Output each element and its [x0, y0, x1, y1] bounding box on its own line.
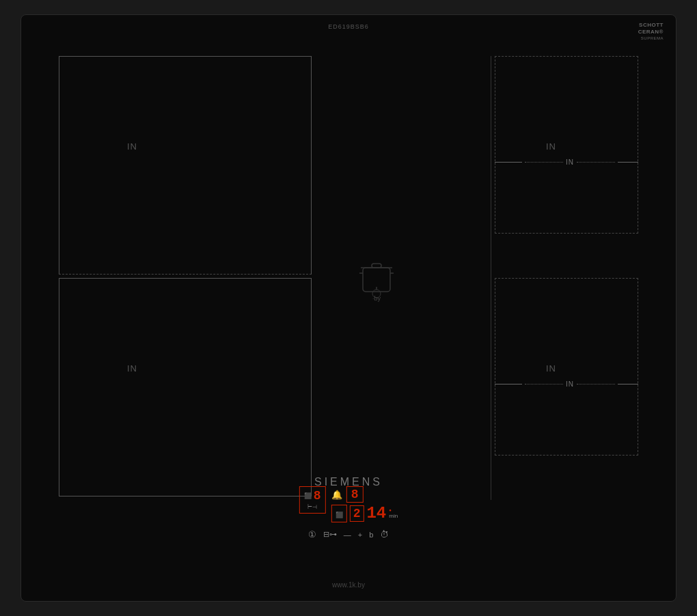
schott-line2: CERAN®: [638, 29, 664, 36]
center-label: ·by: [372, 295, 381, 302]
info-button[interactable]: ①: [308, 529, 316, 540]
arrow-icon: ⊢⊣: [304, 504, 321, 510]
seg-display-bottom-left: 2: [353, 507, 361, 520]
slider-in-bottom: IN: [566, 380, 574, 388]
bell-row: 🔔 8: [331, 486, 398, 503]
in-label-right-bottom: IN: [546, 363, 556, 374]
vertical-divider: [491, 56, 491, 500]
schott-logo: SCHOTT CERAN® SUPREMA: [638, 22, 664, 42]
schott-line1: SCHOTT: [638, 22, 664, 29]
seg-display-top: 8: [314, 490, 321, 502]
seg-display-right-top: 8: [351, 488, 359, 501]
slider-line-left-bottom: [495, 384, 522, 384]
b-button[interactable]: b: [369, 531, 373, 539]
bottom-display-row: ⬛ 2 14 ● min: [331, 505, 398, 522]
bottom-display-inner: 2: [350, 505, 364, 522]
slider-row-bottom: IN: [495, 380, 638, 388]
pot-icon-small: ⬛: [304, 492, 312, 499]
lock-button[interactable]: ⊟⊶: [323, 530, 337, 539]
schott-sub: SUPREMA: [638, 36, 664, 42]
plus-button[interactable]: +: [358, 531, 362, 539]
model-label: ED619BSB6: [328, 23, 369, 30]
min-group: ● min: [389, 508, 398, 519]
zone-left-top: [59, 56, 312, 275]
zone-right-bottom: [495, 278, 638, 456]
right-display: 🔔 8 ⬛ 2 14 ● min: [331, 486, 398, 522]
slider-dot-bottom: [525, 384, 563, 384]
display-row-top: ⬛ 8: [304, 490, 321, 502]
zone-right-top: [495, 56, 638, 234]
slider-dot-top2: [577, 162, 615, 163]
slider-in-top: IN: [566, 158, 574, 166]
seg-display-large: 14: [366, 505, 386, 522]
center-zone: ·by: [322, 206, 431, 343]
slider-dot-top: [525, 162, 563, 163]
control-panel: ⬛ 8 ⊢⊣ 🔔 8 ⬛: [299, 486, 398, 540]
controls-row[interactable]: ① ⊟⊶ — + b ⏱: [308, 529, 390, 540]
pot-symbol: [353, 247, 400, 302]
box-icon-bottom: ⬛: [336, 512, 343, 518]
slider-line-left-top: [495, 162, 522, 163]
zone-left-bottom: [59, 278, 312, 496]
display-group: ⬛ 8 ⊢⊣ 🔔 8 ⬛: [299, 486, 398, 522]
bottom-left-display: ⬛: [331, 505, 347, 522]
svg-rect-4: [372, 264, 381, 268]
left-display: ⬛ 8 ⊢⊣: [299, 486, 326, 514]
right-top-display: 8: [346, 486, 364, 503]
in-label-left-top: IN: [127, 141, 137, 152]
slider-line-right-top: [618, 162, 638, 163]
slider-row-top: IN: [495, 158, 638, 166]
in-label-left-bottom: IN: [127, 363, 137, 374]
minus-button[interactable]: —: [344, 531, 351, 539]
cooktop: ED619BSB6 SCHOTT CERAN® SUPREMA IN IN IN…: [20, 14, 676, 602]
red-indicator: ●: [389, 508, 392, 512]
timer-button[interactable]: ⏱: [380, 529, 389, 540]
bell-icon: 🔔: [331, 490, 342, 500]
watermark: www.1k.by: [332, 581, 365, 589]
in-label-right-top: IN: [546, 141, 556, 152]
min-label: min: [389, 513, 398, 519]
slider-dot-bottom2: [577, 384, 615, 384]
slider-line-right-bottom: [618, 384, 638, 384]
